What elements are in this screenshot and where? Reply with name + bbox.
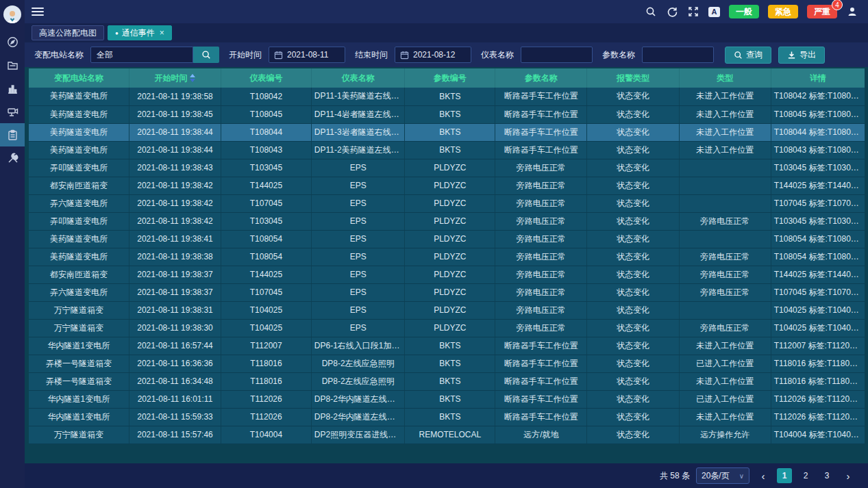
user-icon[interactable] [846,5,858,18]
header-detail[interactable]: 详情 [771,68,865,88]
cell-alarm-type: 状态变化 [587,319,679,337]
page-size-select[interactable]: 20条/页 ∨ [696,467,749,484]
table-row[interactable]: 都安南匝道箱变2021-08-11 19:38:42T144025EPSPLDY… [29,177,865,194]
table-row[interactable]: 美药隧道变电所2021-08-11 19:38:58T108042DP11-1美… [29,88,865,105]
cell-start-time: 2021-08-11 19:38:45 [129,105,221,123]
cell-alarm-type: 状态变化 [587,355,679,372]
table-row[interactable]: 万宁隧道箱变2021-08-11 19:38:30T104025EPSPLDYZ… [29,319,865,337]
cell-meter-no: T103045 [221,212,312,230]
export-button[interactable]: 导出 [778,47,825,64]
table-row[interactable]: 美药隧道变电所2021-08-11 19:38:38T108054EPSPLDY… [29,248,865,266]
sidebar-item-tools[interactable] [0,146,25,170]
cell-meter-name: DP11-2美药隧道左线应... [311,141,405,159]
table-row[interactable]: 美药隧道变电所2021-08-11 19:38:44T108043DP11-2美… [29,141,865,159]
cell-param-name: 断路器手车工作位置 [495,337,587,355]
alarm-badge-general[interactable]: 一般 [729,5,759,18]
cell-param-name: 旁路电压正常 [495,212,587,230]
sidebar-item-monitoring[interactable] [0,100,25,123]
cell-alarm-type: 状态变化 [587,141,679,159]
cell-type [679,177,771,194]
next-page-button[interactable]: › [841,468,856,483]
end-time-label: 结束时间 [355,49,388,61]
page-button-1[interactable]: 1 [777,468,792,483]
cell-alarm-type: 状态变化 [587,408,679,426]
cell-meter-no: T108054 [221,248,312,266]
cell-start-time: 2021-08-11 19:38:41 [129,230,221,248]
table-body: 美药隧道变电所2021-08-11 19:38:58T108042DP11-1美… [29,88,865,444]
param-name-input[interactable] [642,47,714,63]
cell-station: 美药隧道变电所 [29,123,129,141]
prev-page-button[interactable]: ‹ [756,468,771,483]
menu-toggle-icon[interactable] [32,5,44,18]
alarm-badge-urgent[interactable]: 紧急 [768,5,798,18]
app-root: A 一般 紧急 严重 4 高速公路配电图 [0,0,868,488]
header-alarm-type[interactable]: 报警类型 [587,68,679,88]
cell-param-no: PLDYZC [405,283,495,301]
cell-alarm-type: 状态变化 [587,372,679,390]
refresh-icon[interactable] [666,5,678,18]
cell-param-no: BKTS [405,408,495,426]
cell-meter-name: EPS [311,319,405,337]
table-row[interactable]: 弄叩隧道变电所2021-08-11 19:38:42T103045EPSPLDY… [29,212,865,230]
table-row[interactable]: 弄楼一号隧道箱变2021-08-11 16:36:36T118016DP8-2左… [29,355,865,372]
search-icon [734,51,743,60]
header-type[interactable]: 类型 [679,68,771,88]
table-row[interactable]: 万宁隧道箱变2021-08-11 15:57:46T104004DP2照明变压器… [29,426,865,444]
meter-name-input[interactable] [521,47,593,63]
page-button-2[interactable]: 2 [798,468,813,483]
alarm-badge-critical[interactable]: 严重 4 [807,5,837,18]
sidebar-item-files[interactable] [0,53,25,77]
tab-power-diagram[interactable]: 高速公路配电图 [32,25,104,40]
table-row[interactable]: 都安南匝道箱变2021-08-11 19:38:37T144025EPSPLDY… [29,266,865,283]
station-input[interactable] [90,47,193,63]
cell-param-name: 断路器手车工作位置 [495,390,587,408]
header-param-no[interactable]: 参数编号 [405,68,495,88]
cell-type: 旁路电压正常 [679,266,771,283]
table-row[interactable]: 弄六隧道变电所2021-08-11 19:38:37T107045EPSPLDY… [29,283,865,301]
text-scale-icon[interactable]: A [708,7,720,17]
cell-param-no: PLDYZC [405,266,495,283]
table-row[interactable]: 美药隧道变电所2021-08-11 19:38:44T108044DP11-3岩… [29,123,865,141]
fullscreen-icon[interactable] [687,5,699,18]
cell-type [679,194,771,212]
header-station[interactable]: 变配电站名称 [29,68,129,88]
sort-icon[interactable] [190,74,195,82]
table-row[interactable]: 万宁隧道箱变2021-08-11 19:38:31T104025EPSPLDYZ… [29,301,865,319]
table-row[interactable]: 弄六隧道变电所2021-08-11 19:38:42T107045EPSPLDY… [29,194,865,212]
tools-icon [7,153,18,164]
sidebar-item-events[interactable] [0,123,25,146]
cell-param-name: 旁路电压正常 [495,177,587,194]
table-row[interactable]: 美药隧道变电所2021-08-11 19:38:45T108045DP11-4岩… [29,105,865,123]
header-meter-name[interactable]: 仪表名称 [311,68,405,88]
cell-type: 未进入工作位置 [679,123,771,141]
table-row[interactable]: 弄楼一号隧道箱变2021-08-11 16:34:48T118016DP8-2左… [29,372,865,390]
table-row[interactable]: 华内隧道1变电所2021-08-11 16:57:44T112007DP6-1右… [29,337,865,355]
search-icon[interactable] [645,5,657,18]
table-row[interactable]: 华内隧道1变电所2021-08-11 16:01:11T112026DP8-2华… [29,390,865,408]
cell-detail: T118016 标签:T118016 ... [771,372,865,390]
badge-label: 紧急 [775,6,791,18]
query-button-label: 查询 [746,49,762,61]
table-row[interactable]: 美药隧道变电所2021-08-11 19:38:41T108054EPSPLDY… [29,230,865,248]
table-row[interactable]: 华内隧道1变电所2021-08-11 15:59:33T112026DP8-2华… [29,408,865,426]
table-row[interactable]: 弄叩隧道变电所2021-08-11 19:38:43T103045EPSPLDY… [29,159,865,177]
header-start-time[interactable]: 开始时间 [129,68,221,88]
header-param-name[interactable]: 参数名称 [495,68,587,88]
page-button-3[interactable]: 3 [819,468,834,483]
header-meter-no[interactable]: 仪表编号 [221,68,312,88]
station-search-button[interactable] [193,47,219,63]
tab-comm-events[interactable]: ● 通信事件 × [108,25,172,40]
cell-detail: T112026 标签:T112026 ... [771,390,865,408]
close-icon[interactable]: × [160,28,164,38]
cell-station: 弄六隧道变电所 [29,283,129,301]
avatar[interactable] [3,5,21,23]
cell-meter-name: DP8-2华内隧道左线基本... [311,408,405,426]
cell-meter-no: T108042 [221,88,312,105]
query-button[interactable]: 查询 [725,47,771,64]
start-date-input[interactable]: 2021-08-11 [269,47,345,63]
sidebar-item-statistics[interactable] [0,77,25,100]
end-date-input[interactable]: 2021-08-12 [395,47,471,63]
station-filter-label: 变配电站名称 [34,49,84,61]
cell-start-time: 2021-08-11 16:01:11 [129,390,221,408]
sidebar-item-overview[interactable] [0,30,25,53]
